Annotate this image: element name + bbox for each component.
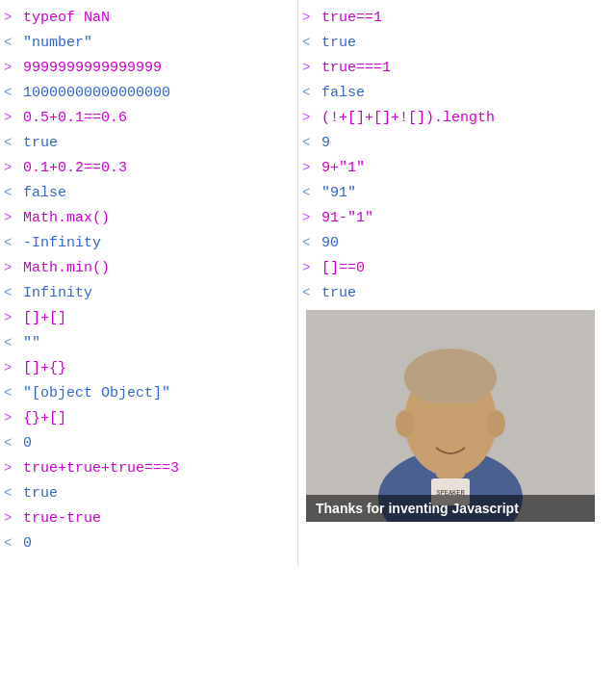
image-row: SPEAKER Thanks for inventing Javascript xyxy=(298,308,616,522)
line-item: <90 xyxy=(298,233,616,258)
prompt-input-symbol: > xyxy=(4,60,17,75)
line-item: <"[object Object]" xyxy=(0,383,297,408)
prompt-output-symbol: < xyxy=(4,385,17,401)
line-item: >Math.min() xyxy=(0,258,297,283)
face-graphic: SPEAKER xyxy=(306,310,595,522)
code-output: "[object Object]" xyxy=(23,385,170,401)
line-item: >Math.max() xyxy=(0,208,297,233)
svg-point-4 xyxy=(396,410,415,437)
code-input: 9+"1" xyxy=(321,160,365,176)
line-item: <true xyxy=(0,483,297,508)
code-output: true xyxy=(321,35,356,51)
code-output: true xyxy=(23,135,58,151)
code-input: (!+[]+[]+![]).length xyxy=(321,110,495,126)
right-column: >true==1<true>true===1<false>(!+[]+[]+![… xyxy=(298,0,616,566)
line-item: >typeof NaN xyxy=(0,8,297,33)
line-item: >0.5+0.1==0.6 xyxy=(0,108,297,133)
prompt-output-symbol: < xyxy=(4,85,17,100)
image-caption: Thanks for inventing Javascript xyxy=(306,495,595,522)
prompt-output-symbol: < xyxy=(4,285,17,300)
line-item: <0 xyxy=(0,533,297,558)
prompt-input-symbol: > xyxy=(302,160,316,175)
line-item: >91-"1" xyxy=(298,208,616,233)
code-input: true-true xyxy=(23,510,101,527)
prompt-input-symbol: > xyxy=(4,160,17,175)
prompt-input-symbol: > xyxy=(302,260,316,275)
code-input: 9999999999999999 xyxy=(23,60,162,76)
code-output: "number" xyxy=(23,35,92,51)
svg-point-9 xyxy=(429,415,439,423)
line-item: >(!+[]+[]+![]).length xyxy=(298,108,616,133)
left-column: >typeof NaN<"number">9999999999999999<10… xyxy=(0,0,298,566)
svg-point-11 xyxy=(444,428,457,438)
code-output: false xyxy=(23,185,66,201)
line-item: <true xyxy=(0,133,297,158)
code-input: []==0 xyxy=(321,260,365,276)
line-item: >0.1+0.2==0.3 xyxy=(0,158,297,183)
prompt-input-symbol: > xyxy=(302,210,316,225)
line-item: <"" xyxy=(0,333,297,358)
prompt-input-symbol: > xyxy=(4,360,17,375)
line-item: <Infinity xyxy=(0,283,297,308)
prompt-input-symbol: > xyxy=(302,10,316,25)
line-item: >true+true+true===3 xyxy=(0,458,297,483)
code-input: Math.max() xyxy=(23,210,110,226)
prompt-output-symbol: < xyxy=(302,85,316,100)
line-item: >true==1 xyxy=(298,8,616,33)
prompt-output-symbol: < xyxy=(4,435,17,451)
code-input: true==1 xyxy=(321,10,382,26)
prompt-output-symbol: < xyxy=(302,185,316,200)
code-output: Infinity xyxy=(23,285,92,301)
prompt-input-symbol: > xyxy=(4,410,17,426)
prompt-output-symbol: < xyxy=(4,185,17,200)
line-item: <"number" xyxy=(0,33,297,58)
line-item: >{}+[] xyxy=(0,408,297,433)
line-item: >true===1 xyxy=(298,58,616,83)
svg-point-10 xyxy=(464,415,474,423)
svg-point-5 xyxy=(486,410,505,437)
code-output: 0 xyxy=(23,435,32,452)
code-input: []+[] xyxy=(23,310,66,326)
prompt-output-symbol: < xyxy=(4,485,17,501)
code-output: -Infinity xyxy=(23,235,101,251)
svg-point-7 xyxy=(425,412,441,424)
code-input: true+true+true===3 xyxy=(23,460,179,477)
code-output: true xyxy=(23,485,58,502)
prompt-input-symbol: > xyxy=(302,60,316,75)
line-item: <false xyxy=(0,183,297,208)
prompt-output-symbol: < xyxy=(302,235,316,250)
code-input: []+{} xyxy=(23,360,66,376)
prompt-input-symbol: > xyxy=(4,110,17,125)
code-output: "91" xyxy=(321,185,356,201)
prompt-input-symbol: > xyxy=(4,210,17,225)
prompt-output-symbol: < xyxy=(4,535,17,551)
prompt-output-symbol: < xyxy=(302,135,316,150)
code-input: 91-"1" xyxy=(321,210,373,226)
line-item: <false xyxy=(298,83,616,108)
prompt-input-symbol: > xyxy=(4,460,17,476)
prompt-input-symbol: > xyxy=(4,10,17,25)
code-input: Math.min() xyxy=(23,260,110,276)
code-output: true xyxy=(321,285,356,301)
line-item: <9 xyxy=(298,133,616,158)
code-input: 0.1+0.2==0.3 xyxy=(23,160,127,176)
line-item: <10000000000000000 xyxy=(0,83,297,108)
prompt-input-symbol: > xyxy=(302,110,316,125)
prompt-output-symbol: < xyxy=(302,285,316,300)
line-item: >[]+{} xyxy=(0,358,297,383)
code-output: "" xyxy=(23,335,40,351)
prompt-input-symbol: > xyxy=(4,260,17,275)
prompt-input-symbol: > xyxy=(4,310,17,325)
svg-point-8 xyxy=(460,412,475,424)
line-item: <0 xyxy=(0,433,297,458)
line-item: >[]==0 xyxy=(298,258,616,283)
svg-point-6 xyxy=(404,349,497,406)
code-input: typeof NaN xyxy=(23,10,110,26)
prompt-output-symbol: < xyxy=(302,35,316,50)
meme-image: SPEAKER Thanks for inventing Javascript xyxy=(306,310,595,522)
line-item: >9999999999999999 xyxy=(0,58,297,83)
code-output: 0 xyxy=(23,535,32,552)
line-item: <"91" xyxy=(298,183,616,208)
code-output: 9 xyxy=(321,135,330,151)
prompt-output-symbol: < xyxy=(4,135,17,150)
